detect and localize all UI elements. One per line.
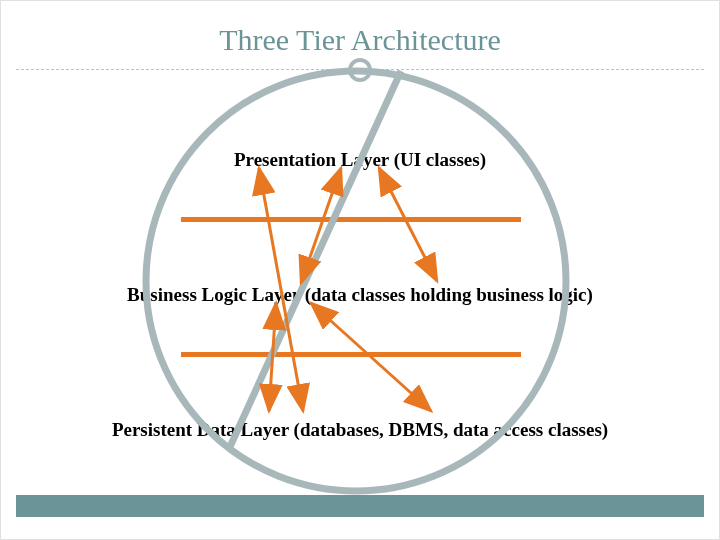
no-symbol-slash [229,71,401,449]
slide-title: Three Tier Architecture [1,1,719,57]
arrow-business-persistent [311,303,431,411]
business-layer-label: Business Logic Layer (data classes holdi… [127,284,593,306]
arrow-pres-business [301,168,341,283]
decorative-circle-small [348,58,372,82]
layer-divider-2 [181,352,521,357]
arrow-pres-business-right [379,168,437,281]
slide-container: Three Tier Architecture Presentation Lay… [0,0,720,540]
footer-bar [16,495,704,517]
layer-divider-1 [181,217,521,222]
persistent-layer-label: Persistent Data Layer (databases, DBMS, … [112,419,608,441]
arrow-business-persistent-left [269,303,276,411]
presentation-layer-label: Presentation Layer (UI classes) [234,149,486,171]
